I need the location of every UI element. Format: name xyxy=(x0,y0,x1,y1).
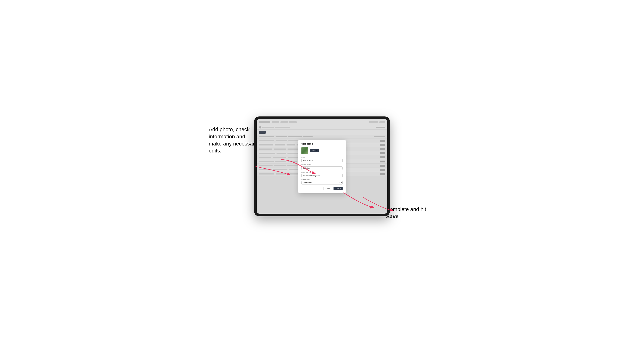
email-label: Email address xyxy=(302,171,342,173)
modal-title: User details xyxy=(302,143,342,145)
modal-overlay: User details × Upload Name xyxy=(257,119,387,214)
photo-row: Upload xyxy=(302,147,342,154)
annotation-right: Complete and hit Save. xyxy=(386,206,435,220)
school-year-label: School Year xyxy=(302,179,342,180)
name-input[interactable] xyxy=(302,159,342,162)
tablet-screen: User details × Upload Name xyxy=(257,119,387,214)
display-name-label: Display name xyxy=(302,164,342,166)
avatar-thumbnail xyxy=(302,147,308,154)
scene: Add photo, check information and make an… xyxy=(209,111,435,235)
school-year-wrapper: × ▾ xyxy=(302,181,342,184)
save-icon: ⬆ xyxy=(336,188,337,189)
annotation-left: Add photo, check information and make an… xyxy=(209,126,258,154)
email-field-group: Email address xyxy=(302,171,342,177)
tablet-device: User details × Upload Name xyxy=(254,117,390,216)
name-field-group: Name xyxy=(302,156,342,162)
school-year-clear-icon[interactable]: × xyxy=(339,182,340,183)
close-button[interactable]: × xyxy=(342,142,344,144)
cancel-button[interactable]: Cancel xyxy=(324,187,332,190)
display-name-input[interactable] xyxy=(302,167,342,170)
save-button[interactable]: ⬆ Save xyxy=(334,187,342,190)
upload-button[interactable]: Upload xyxy=(310,149,319,152)
modal-actions: Cancel ⬆ Save xyxy=(302,187,342,190)
save-label: Save xyxy=(337,188,341,189)
display-name-field-group: Display name xyxy=(302,164,342,170)
email-input[interactable] xyxy=(302,174,342,177)
name-label: Name xyxy=(302,156,342,158)
user-details-modal: User details × Upload Name xyxy=(298,140,346,193)
school-year-dropdown-icon[interactable]: ▾ xyxy=(341,182,342,183)
school-year-input[interactable] xyxy=(302,181,342,184)
school-year-field-group: School Year × ▾ xyxy=(302,179,342,184)
